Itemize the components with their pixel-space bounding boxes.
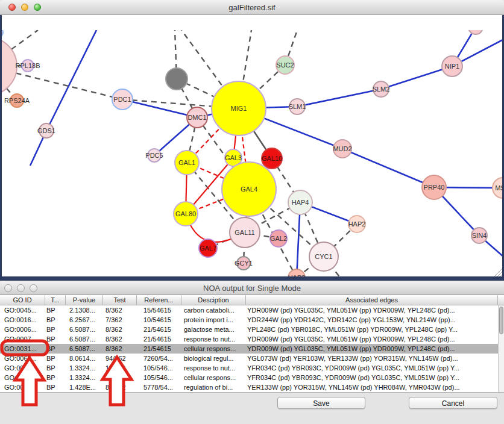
- table-cell: galactose meta...: [181, 325, 246, 334]
- table-cell: BP: [45, 305, 66, 315]
- table-row[interactable]: GO:0016...BP6.2567...7/36210/54615protei…: [0, 315, 504, 325]
- column-header-6[interactable]: Associated edges: [246, 295, 498, 305]
- table-cell: 6.5087...: [66, 334, 103, 344]
- table-cell: BP: [45, 382, 66, 392]
- node-label-HAP2: HAP2: [348, 220, 366, 228]
- node-label-RPL18B: RPL18B: [16, 62, 40, 69]
- table-cell: BP: [45, 363, 66, 373]
- table-body: GO:0045...BP2.1308...8/36215/54615carbon…: [0, 305, 504, 392]
- table-cell: 11/362: [103, 363, 137, 373]
- network-graph: RPL18BRPS24AGDS1PDC1DMC1MIG1PDC5GAL1GAL3…: [0, 30, 504, 292]
- table-cell: YFR034C (pd) YBR093C, YDR009W (pd) YGL03…: [246, 373, 498, 382]
- node-label-SIN4: SIN4: [472, 232, 487, 239]
- node-label-GAL11: GAL11: [235, 229, 254, 236]
- scrollbar-thumb[interactable]: [499, 307, 503, 334]
- table-cell: 21/54615: [137, 325, 181, 334]
- table-cell: carbon cataboli...: [181, 305, 246, 315]
- table-cell: YDR009W (pd) YGL035C, YML051W (pp) YDR00…: [246, 334, 498, 344]
- network-canvas[interactable]: RPL18BRPS24AGDS1PDC1DMC1MIG1PDC5GAL1GAL3…: [0, 15, 504, 276]
- resize-grip[interactable]: [492, 267, 504, 277]
- zoom-button-inactive[interactable]: [30, 284, 37, 292]
- table-cell: 8/362: [103, 344, 137, 354]
- node-label-NIP1: NIP1: [445, 63, 459, 70]
- edge-off-GDS1: [46, 30, 96, 131]
- node-label-GAL1: GAL1: [178, 159, 195, 166]
- node-label-SUC2: SUC2: [276, 61, 294, 69]
- node-BIG1[interactable]: [0, 37, 17, 95]
- table-row[interactable]: GO:0031...BP6.5087...8/36221/54615cellul…: [0, 344, 504, 354]
- column-header-2[interactable]: P-value: [66, 295, 103, 305]
- table-cell: YDR009W (pd) YGL035C, YML051W (pp) YDR00…: [246, 305, 498, 315]
- edge-SLM1-SLM2: [297, 89, 381, 107]
- column-header-4[interactable]: Referen...: [137, 295, 181, 305]
- edge-SLM2-NIP1: [381, 66, 452, 89]
- node-label-SLM2: SLM2: [373, 86, 390, 93]
- column-header-3[interactable]: Test: [103, 295, 137, 305]
- table-cell: 6.5087...: [66, 344, 103, 354]
- table-cell: 8/362: [103, 305, 137, 315]
- table-scrollbar[interactable]: [498, 305, 504, 392]
- table-bottom-divider: [0, 392, 504, 393]
- table-cell: response to nut...: [181, 334, 246, 344]
- table-cell: 94/362: [103, 354, 137, 363]
- column-header-1[interactable]: T...: [45, 295, 66, 305]
- cancel-button[interactable]: Cancel: [409, 397, 497, 409]
- table-cell: YDR244W (pp) YDR142C, YDR142C (pp) YGL15…: [246, 315, 498, 325]
- save-button[interactable]: Save: [277, 397, 365, 409]
- table-cell: GO:0006...: [0, 325, 45, 334]
- table-cell: 1.3324...: [66, 363, 103, 373]
- minimize-button-inactive[interactable]: [17, 284, 25, 292]
- table-cell: YGL073W (pd) YER103W, YER133W (pp) YOR31…: [246, 354, 498, 363]
- noa-window-titlebar: NOA output for Single Mode: [0, 281, 504, 295]
- table-cell: GO:0045...: [0, 305, 45, 315]
- table-row[interactable]: GO:0031...BP1.3324...11/362105/546...cel…: [0, 373, 504, 382]
- table-row[interactable]: GO:0031...BP1.3324...11/362105/546...res…: [0, 363, 504, 373]
- table-cell: BP: [45, 334, 66, 344]
- table-row[interactable]: GO:0050...BP1.428E...80/3625778/54...reg…: [0, 382, 504, 392]
- table-cell: 105/546...: [137, 363, 181, 373]
- table-cell: GO:0007...: [0, 334, 45, 344]
- table-cell: GO:0031...: [0, 344, 45, 354]
- table-cell: GO:0065...: [0, 354, 45, 363]
- window-border-bottom: [0, 276, 504, 281]
- table-row[interactable]: GO:0007...BP6.5087...8/36221/54615respon…: [0, 334, 504, 344]
- column-header-0[interactable]: GO ID: [0, 295, 45, 305]
- edge-MUD2-PRP40: [342, 149, 434, 187]
- graph-window-titlebar: galFiltered.sif: [0, 0, 504, 15]
- table-cell: 21/54615: [137, 344, 181, 354]
- node-PINK1[interactable]: [468, 30, 483, 34]
- table-cell: 8/362: [103, 325, 137, 334]
- node-label-GAL3: GAL3: [225, 154, 242, 161]
- node-label-DMC1: DMC1: [187, 114, 206, 121]
- column-header-5[interactable]: Desciption: [181, 295, 246, 305]
- table-cell: YFR034C (pd) YBR093C, YDR009W (pd) YGL03…: [246, 363, 498, 373]
- table-cell: BP: [45, 325, 66, 334]
- node-label-MUD2: MUD2: [333, 145, 351, 152]
- table-row[interactable]: GO:0006...BP6.5087...8/36221/54615galact…: [0, 325, 504, 334]
- table-cell: BP: [45, 373, 66, 382]
- table-cell: 10/54615: [137, 315, 181, 325]
- node-label-GAL80: GAL80: [175, 210, 196, 217]
- table-cell: YPL248C (pd) YBR018C, YML051W (pp) YDR00…: [246, 325, 498, 334]
- table-cell: 8/362: [103, 334, 137, 344]
- table-cell: YDR009W (pd) YGL035C, YML051W (pp) YDR00…: [246, 344, 498, 354]
- node-label-GAL2: GAL2: [270, 235, 287, 242]
- table-cell: GO:0031...: [0, 363, 45, 373]
- table-cell: GO:0050...: [0, 382, 45, 392]
- node-label-GDS1: GDS1: [37, 127, 55, 134]
- table-cell: 15/54615: [137, 305, 181, 315]
- table-cell: BP: [45, 344, 66, 354]
- table-cell: 80/362: [103, 382, 137, 392]
- node-GRAY1[interactable]: [166, 68, 187, 90]
- table-cell: biological regul...: [181, 354, 246, 363]
- table-row[interactable]: GO:0065...BP8.0614...94/3627260/54...bio…: [0, 354, 504, 363]
- table-cell: 11/362: [103, 373, 137, 382]
- table-cell: cellular respons...: [181, 344, 246, 354]
- table-row[interactable]: GO:0045...BP2.1308...8/36215/54615carbon…: [0, 305, 504, 315]
- table-cell: YER133W (pp) YOR315W, YNL145W (pd) YHR08…: [246, 382, 498, 392]
- node-label-PDC5: PDC5: [145, 152, 163, 159]
- table-cell: 5778/54...: [137, 382, 181, 392]
- table-cell: protein import i...: [181, 315, 246, 325]
- close-button-inactive[interactable]: [4, 284, 12, 292]
- node-label-HAP4: HAP4: [292, 199, 309, 206]
